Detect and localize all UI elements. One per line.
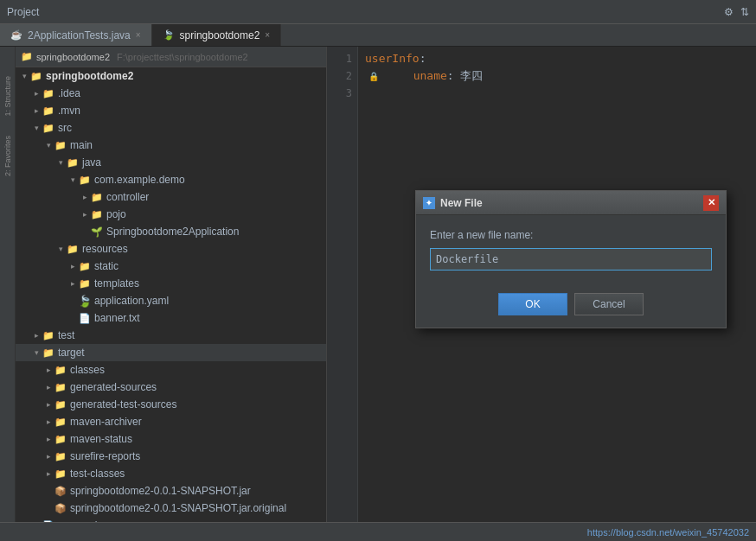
new-file-dialog: ✦ New File ✕ Enter a new file name: OK C… xyxy=(415,190,727,328)
dialog-overlay: ✦ New File ✕ Enter a new file name: OK C… xyxy=(0,0,756,541)
dialog-title-icon: ✦ xyxy=(423,197,435,209)
dialog-body: Enter a new file name: xyxy=(416,215,726,284)
dialog-cancel-button[interactable]: Cancel xyxy=(574,293,644,315)
dialog-title-text: New File xyxy=(440,197,703,209)
new-file-input[interactable] xyxy=(430,248,712,270)
dialog-ok-button[interactable]: OK xyxy=(498,293,567,315)
dialog-close-button[interactable]: ✕ xyxy=(703,195,719,211)
dialog-label: Enter a new file name: xyxy=(430,229,712,241)
dialog-buttons: OK Cancel xyxy=(416,284,726,328)
dialog-titlebar: ✦ New File ✕ xyxy=(416,191,726,215)
